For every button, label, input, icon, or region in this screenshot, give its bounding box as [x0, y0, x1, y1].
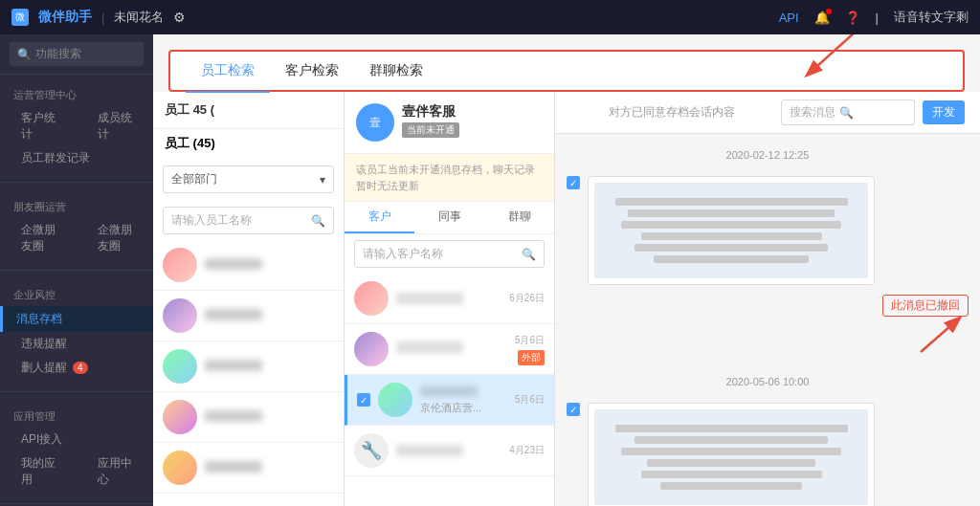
employee-item[interactable]	[153, 443, 344, 494]
chevron-down-icon: ▾	[320, 173, 325, 187]
chat-avatar-1	[354, 332, 389, 366]
chat-item[interactable]: 6月26日	[345, 274, 554, 324]
sidebar-section-app: 应用管理 API接入 我的应用 应用中心	[0, 396, 153, 499]
search-icon: 🔍	[17, 48, 32, 61]
delete-reminder-badge: 4	[73, 362, 88, 374]
chat-item-selected[interactable]: ✓ 京伦酒店营... 5月6日	[345, 375, 554, 426]
message-header: 对方已同意存档会话内容 搜索消息 🔍 开发	[555, 92, 980, 134]
sidebar-item-app-center[interactable]: 应用中心	[77, 451, 153, 492]
msg-date-2: 2020-05-06 10:00	[567, 376, 969, 387]
sidebar-item-delete-reminder[interactable]: 删人提醒4	[0, 356, 153, 380]
chat-tab-customer[interactable]: 客户	[345, 202, 414, 233]
sidebar-item-mass-record[interactable]: 员工群发记录	[0, 146, 153, 170]
chat-list-panel: 壹 壹伴客服 当前未开通 该员工当前未开通消息存档，聊天记录暂时无法更新 客户 …	[345, 92, 555, 506]
chat-list: 6月26日 5月6日 外部	[345, 274, 554, 506]
chat-date-3: 4月23日	[509, 444, 545, 457]
tab-group-search[interactable]: 群聊检索	[354, 51, 438, 93]
employee-item[interactable]	[153, 240, 344, 291]
employee-search-input[interactable]: 请输入员工名称 🔍	[163, 207, 334, 234]
tab-employee-search[interactable]: 员工检索	[186, 51, 270, 93]
message-panel: 对方已同意存档会话内容 搜索消息 🔍 开发 2020-02-12 12:25 ✓	[555, 92, 980, 506]
emp-avatar-4	[163, 451, 197, 485]
chat-tab-colleague[interactable]: 同事	[414, 202, 484, 233]
message-search-box[interactable]: 搜索消息 🔍	[781, 99, 915, 125]
msg-search-placeholder: 搜索消息	[790, 104, 835, 121]
emp-avatar-2	[163, 349, 197, 384]
open-button[interactable]: 开发	[923, 100, 965, 124]
sidebar-item-api[interactable]: API接入	[0, 428, 153, 451]
msg-screenshot-1	[588, 176, 875, 285]
sidebar-item-corp-moments2[interactable]: 企微朋友圈	[77, 218, 153, 258]
tab-customer-search[interactable]: 客户检索	[270, 51, 354, 93]
sidebar-item-msg-archive[interactable]: 消息存档	[0, 306, 153, 332]
app-logo-icon: 微	[11, 9, 29, 26]
sidebar-section-ops: 运营管理中心 客户统计 成员统计 员工群发记录	[0, 75, 153, 178]
dept-label: 全部部门	[171, 171, 217, 187]
sidebar-item-customer-stats[interactable]: 客户统计	[0, 106, 77, 146]
chat-avatar-0	[354, 281, 389, 316]
employee-count: 45	[193, 102, 207, 117]
chat-search-input[interactable]: 请输入客户名称 🔍	[354, 240, 545, 268]
emp-title2: 员工 (45)	[165, 136, 215, 150]
app-subtitle: 未闻花名	[114, 9, 164, 26]
sidebar: 🔍 功能搜索 运营管理中心 客户统计 成员统计 员工群发记录 朋友圈运营 企微朋…	[0, 34, 153, 506]
sidebar-item-corp-moments[interactable]: 企微朋友圈	[0, 218, 77, 258]
chat-preview-2: 京伦酒店营...	[420, 401, 507, 415]
section-title-moments: 朋友圈运营	[0, 194, 153, 218]
chat-name-2	[420, 385, 478, 397]
sidebar-section-moments: 朋友圈运营 企微朋友圈 企微朋友圈	[0, 187, 153, 266]
sidebar-search-area: 🔍 功能搜索	[0, 34, 153, 75]
chat-tabs: 客户 同事 群聊	[345, 202, 554, 234]
sidebar-item-my-apps[interactable]: 我的应用	[0, 451, 77, 492]
employee-item[interactable]	[153, 341, 344, 392]
chat-checkbox-2[interactable]: ✓	[357, 393, 370, 407]
chat-item[interactable]: 5月6日 外部	[345, 324, 554, 375]
notification-bell[interactable]: 🔔	[814, 11, 830, 25]
chat-item[interactable]: 🔧 4月23日	[345, 426, 554, 476]
msg-screenshot-2	[588, 403, 875, 506]
search-icon-msg: 🔍	[839, 106, 854, 120]
employee-label: 员工	[165, 102, 193, 117]
voice-text-label: 语音转文字剩	[894, 9, 969, 26]
notification-dot	[826, 9, 832, 14]
emp-avatar-0	[163, 248, 197, 282]
section-title-app: 应用管理	[0, 404, 153, 428]
employee-search-placeholder: 请输入员工名称	[171, 212, 252, 229]
settings-icon[interactable]: ⚙	[173, 10, 186, 25]
api-link[interactable]: API	[779, 11, 799, 25]
emp-name-4	[205, 461, 262, 473]
emp-name-3	[205, 410, 262, 422]
chat-avatar-2	[378, 383, 412, 417]
ext-badge-1: 外部	[518, 350, 545, 365]
message-panel-title: 对方已同意存档会话内容	[570, 104, 773, 121]
employee-count-paren-open: (	[211, 102, 214, 117]
search-tabs-container: 员工检索 客户检索 群聊检索	[153, 34, 980, 92]
help-icon[interactable]: ❓	[845, 11, 860, 25]
employee-item[interactable]	[153, 291, 344, 341]
msg-checkbox-2[interactable]: ✓	[567, 403, 580, 416]
section-title-ops: 运营管理中心	[0, 82, 153, 106]
chat-name-1	[396, 341, 463, 353]
employee-item[interactable]	[153, 392, 344, 443]
dept-select-dropdown[interactable]: 全部部门 ▾	[163, 165, 334, 193]
message-body: 2020-02-12 12:25 ✓	[555, 134, 980, 506]
feature-search-box[interactable]: 🔍 功能搜索	[10, 42, 144, 66]
app-name: 微伴助手	[38, 9, 92, 26]
chat-date-2: 5月6日	[515, 393, 545, 407]
main-layout: 🔍 功能搜索 运营管理中心 客户统计 成员统计 员工群发记录 朋友圈运营 企微朋…	[0, 34, 980, 506]
search-icon-chat: 🔍	[522, 248, 536, 261]
msg-checkbox-1[interactable]: ✓	[567, 176, 580, 189]
employee-list	[153, 240, 344, 506]
sidebar-item-violation[interactable]: 违规提醒	[0, 332, 153, 356]
chat-name-3	[396, 445, 463, 456]
sidebar-section-risk: 企业风控 消息存档 违规提醒 删人提醒4	[0, 275, 153, 387]
chat-tab-group[interactable]: 群聊	[484, 202, 554, 233]
employee-status-badge: 当前未开通	[402, 122, 459, 138]
sidebar-item-member-stats[interactable]: 成员统计	[77, 106, 153, 146]
emp-avatar-1	[163, 298, 197, 333]
content-area: 员工检索 客户检索 群聊检索	[153, 34, 980, 506]
emp-name-0	[205, 258, 262, 270]
search-icon-emp: 🔍	[311, 214, 325, 228]
emp-name-1	[205, 309, 262, 320]
emp-name-2	[205, 360, 262, 371]
